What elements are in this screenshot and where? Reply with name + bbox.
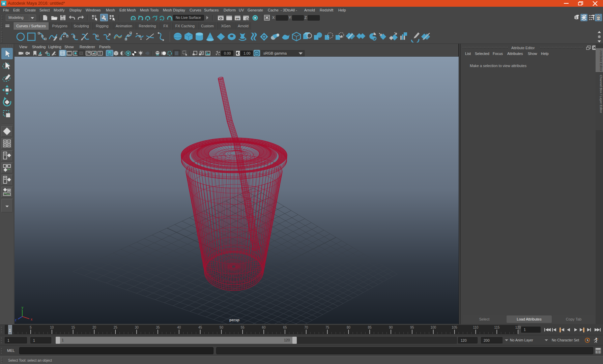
- svg-text:55: 55: [241, 326, 245, 329]
- svg-text:100: 100: [430, 326, 436, 329]
- svg-text:x: x: [31, 317, 32, 321]
- svg-text:45: 45: [198, 326, 202, 329]
- svg-text:105: 105: [452, 326, 457, 329]
- svg-text:z: z: [15, 318, 17, 322]
- svg-text:25: 25: [114, 326, 118, 329]
- svg-text:persp: persp: [229, 318, 239, 322]
- svg-text:T: T: [99, 52, 101, 55]
- svg-text:30: 30: [135, 326, 139, 329]
- svg-text:1: 1: [9, 329, 11, 332]
- svg-text:15: 15: [71, 326, 75, 329]
- svg-text:70: 70: [304, 326, 308, 329]
- svg-text:40: 40: [177, 326, 181, 329]
- svg-text:20: 20: [92, 326, 96, 329]
- svg-text:IPR: IPR: [236, 18, 239, 20]
- svg-text:85: 85: [368, 326, 372, 329]
- svg-text:120: 120: [515, 326, 521, 329]
- svg-text:115: 115: [494, 326, 499, 329]
- svg-text:60: 60: [262, 326, 266, 329]
- svg-text:65: 65: [283, 326, 287, 329]
- svg-text:ON: ON: [255, 53, 258, 55]
- svg-text:5: 5: [30, 326, 32, 329]
- svg-text:80: 80: [347, 326, 351, 329]
- svg-text:95: 95: [410, 326, 414, 329]
- svg-text:35: 35: [156, 326, 160, 329]
- svg-text:y: y: [22, 306, 23, 309]
- svg-text:10: 10: [50, 326, 54, 329]
- svg-text:75: 75: [325, 326, 329, 329]
- svg-text:MAYA: MAYA: [2, 4, 5, 6]
- svg-text:110: 110: [473, 326, 478, 329]
- svg-text:90: 90: [389, 326, 393, 329]
- svg-text:50: 50: [220, 326, 224, 329]
- svg-text:{;}: {;}: [596, 350, 600, 353]
